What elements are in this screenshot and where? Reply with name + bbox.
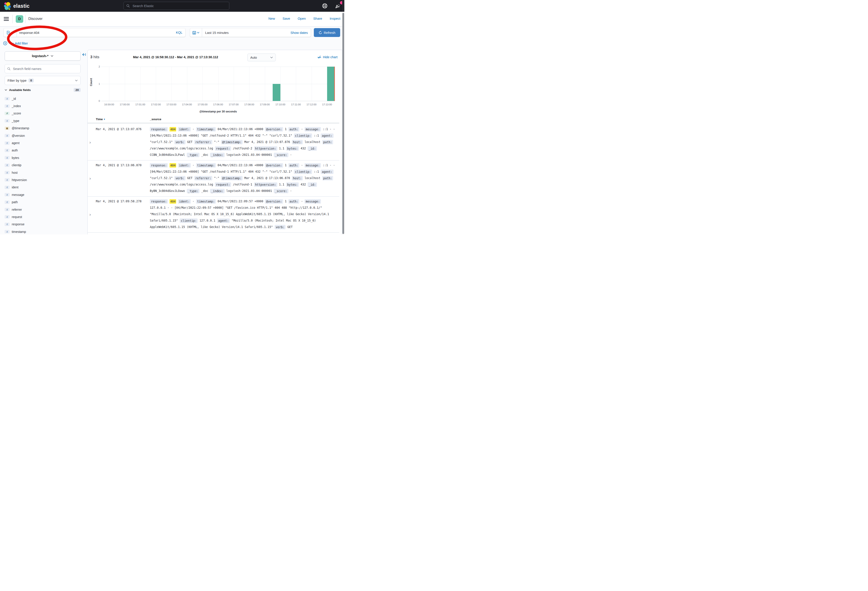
time-range-value[interactable]: Last 15 minutes	[202, 31, 229, 34]
field-item-_score[interactable]: #_score	[4, 110, 81, 117]
share-button[interactable]: Share	[313, 16, 322, 21]
global-search[interactable]	[124, 2, 229, 10]
x-axis-tick-label: 17:13:00	[322, 103, 332, 106]
field-value: CCBN_3cB04dGovJLPawl	[150, 153, 185, 157]
field-item-auth[interactable]: tauth	[4, 147, 81, 154]
field-value: ByBN_3cB04dGovJLOawo	[150, 189, 185, 192]
field-type-date-icon: ▦	[4, 127, 9, 130]
field-item-ident[interactable]: tident	[4, 184, 81, 191]
hide-chart-label: Hide chart	[323, 55, 338, 59]
filter-by-type-select[interactable]: Filter by type 0	[4, 76, 81, 85]
field-value: -	[301, 127, 303, 131]
field-value: 04/Mar/2021:22:13:06 +0000	[217, 127, 263, 131]
field-item-clientip[interactable]: tclientip	[4, 162, 81, 169]
field-value: 04/Mar/2021:22:13:06 +0000	[217, 164, 263, 167]
available-fields-header[interactable]: Available fields 20	[4, 88, 81, 92]
chevron-down-icon	[270, 57, 273, 58]
field-value: GET	[187, 176, 193, 180]
x-axis-tick-label: 17:09:00	[260, 103, 270, 106]
field-name: ident	[12, 186, 18, 189]
expand-row-button[interactable]: ›	[88, 198, 91, 230]
open-button[interactable]: Open	[298, 16, 306, 21]
y-axis-tick-label: 1	[99, 83, 100, 85]
field-value: -	[193, 127, 194, 131]
new-button[interactable]: New	[269, 16, 275, 21]
show-dates-button[interactable]: Show dates	[291, 31, 311, 34]
field-chip: auth:	[288, 127, 300, 131]
scrollbar-thumb[interactable]	[342, 13, 344, 234]
field-chip: path:	[322, 176, 333, 180]
whats-new-icon[interactable]	[335, 3, 341, 9]
elastic-logo[interactable]: elastic	[3, 2, 30, 10]
filter-divider: –	[9, 41, 10, 45]
global-search-input[interactable]	[132, 4, 226, 8]
query-bar: response:404 KQL	[3, 28, 186, 37]
field-type-text-icon: t	[4, 164, 9, 167]
filter-icon[interactable]	[3, 41, 7, 45]
add-filter-button[interactable]: + Add filter	[12, 41, 28, 45]
x-axis-tick-label: 17:00:00	[120, 103, 130, 106]
field-search-input[interactable]	[13, 66, 78, 71]
field-value: localhost	[304, 140, 320, 144]
field-item-_id[interactable]: t_id	[4, 95, 81, 102]
histogram-bar[interactable]	[327, 66, 335, 101]
available-fields-label: Available fields	[9, 88, 31, 92]
x-axis-tick-label: 17:12:00	[307, 103, 316, 106]
histogram-bar[interactable]	[273, 84, 280, 101]
field-chip: @timestamp:	[221, 176, 242, 180]
field-item-host[interactable]: thost	[4, 169, 81, 176]
query-input[interactable]: response:404	[17, 31, 176, 34]
field-name: _type	[12, 119, 19, 123]
index-pattern-select[interactable]: logstash-*	[4, 51, 81, 61]
inspect-button[interactable]: Inspect	[330, 16, 340, 21]
field-item-_index[interactable]: t_index	[4, 102, 81, 109]
save-button[interactable]: Save	[283, 16, 290, 21]
field-value: logstash-2021.03.04-000001	[226, 153, 272, 157]
field-name: @version	[12, 134, 25, 137]
hits-label: hits	[93, 55, 99, 59]
field-item-path[interactable]: tpath	[4, 198, 81, 205]
x-axis-tick-label: 17:03:00	[167, 103, 176, 106]
field-item-agent[interactable]: tagent	[4, 139, 81, 146]
field-value: _doc	[201, 153, 208, 157]
field-chip: timestamp:	[196, 127, 216, 131]
menu-icon[interactable]	[4, 17, 9, 22]
date-quick-menu-button[interactable]	[190, 28, 202, 37]
y-axis-tick-label: 0	[99, 100, 100, 102]
expand-row-button[interactable]: ›	[88, 126, 91, 158]
field-chip: _type:	[187, 189, 199, 193]
field-item-message[interactable]: tmessage	[4, 191, 81, 198]
time-column-header[interactable]: Time▼	[96, 118, 150, 121]
field-chip: timestamp:	[196, 163, 216, 168]
chart-time-range: Mar 4, 2021 @ 16:58:30.112 - Mar 4, 2021…	[133, 55, 218, 59]
field-item-bytes[interactable]: tbytes	[4, 154, 81, 161]
field-item-httpversion[interactable]: thttpversion	[4, 176, 81, 183]
interval-select[interactable]: Auto	[247, 53, 276, 61]
x-axis-labels: 16:59:0017:00:0017:01:0017:02:0017:03:00…	[101, 103, 335, 107]
field-type-text-icon: t	[4, 201, 9, 204]
discover-page: elastic	[0, 0, 344, 234]
field-item-@timestamp[interactable]: ▦@timestamp	[4, 125, 81, 132]
app-badge: D	[16, 15, 23, 23]
field-search[interactable]	[4, 64, 81, 73]
collapse-sidebar-icon[interactable]	[82, 53, 86, 56]
scrollbar[interactable]	[342, 0, 344, 234]
hide-chart-button[interactable]: Hide chart	[317, 55, 338, 59]
field-item-_type[interactable]: t_type	[4, 117, 81, 124]
field-item-request[interactable]: trequest	[4, 213, 81, 220]
field-chip: _id:	[308, 146, 317, 151]
field-value: -	[193, 199, 194, 203]
refresh-button[interactable]: Refresh	[314, 28, 340, 37]
field-chip: verb:	[275, 225, 286, 229]
field-item-response[interactable]: tresponse	[4, 221, 81, 228]
doc-time: Mar 4, 2021 @ 17:09:58.278	[96, 198, 150, 230]
field-item-timestamp[interactable]: ttimestamp	[4, 228, 81, 234]
field-chip: message:	[304, 163, 321, 168]
query-language-button[interactable]: KQL	[176, 31, 186, 34]
expand-row-button[interactable]: ›	[88, 162, 91, 194]
field-name: bytes	[12, 156, 19, 160]
saved-query-menu-button[interactable]	[3, 28, 17, 37]
help-icon[interactable]	[322, 3, 328, 9]
field-item-referrer[interactable]: treferrer	[4, 206, 81, 213]
field-item-@version[interactable]: t@version	[4, 132, 81, 139]
